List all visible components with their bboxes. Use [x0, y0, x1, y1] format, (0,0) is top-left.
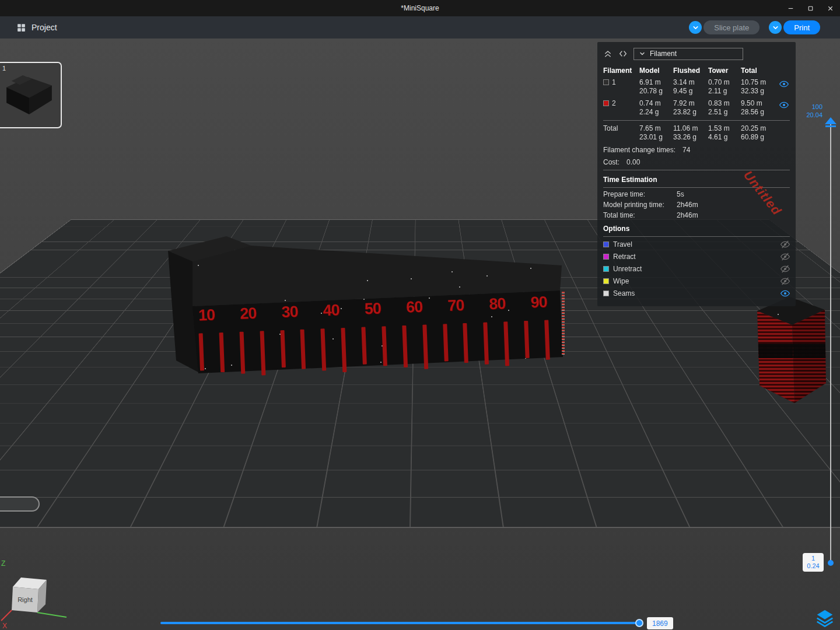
slice-button-group: Slice plate: [689, 20, 760, 34]
model-number: 20: [240, 304, 257, 323]
project-grid-icon: [16, 23, 26, 33]
move-slider-value-chip: 1869: [647, 617, 673, 629]
calibration-bar: [402, 326, 408, 368]
close-icon: [827, 5, 834, 12]
model-number: 30: [281, 303, 298, 321]
seam-dot: [285, 300, 286, 301]
seam-dot: [530, 268, 531, 269]
model-number: 90: [530, 293, 547, 312]
filament-id: 2: [612, 99, 616, 107]
collapse-panel-icon[interactable]: [603, 49, 612, 58]
seam-dot: [411, 278, 412, 279]
seam-dot: [181, 364, 183, 365]
unretract-eye-icon[interactable]: [780, 264, 790, 274]
wipe-color-swatch: [603, 278, 609, 284]
total-label: Total: [603, 124, 639, 132]
layer-slider-top-value: 100 20.04: [797, 103, 822, 119]
retract-eye-icon[interactable]: [780, 252, 790, 261]
option-row-unretract: Unretract: [603, 262, 790, 275]
model-seam-strip: [562, 292, 565, 356]
travel-eye-icon[interactable]: [780, 240, 790, 249]
orientation-gizmo[interactable]: Right Z X: [0, 559, 76, 630]
calibration-bar: [260, 331, 265, 375]
option-row-retract: Retract: [603, 250, 790, 262]
minimize-icon: [787, 5, 794, 12]
print-button[interactable]: Print: [783, 20, 820, 34]
layer-slider-top-handle[interactable]: [825, 117, 836, 124]
col-tower: Tower: [708, 66, 741, 75]
calibration-bar: [321, 328, 327, 370]
slice-dropdown-button[interactable]: [689, 21, 702, 34]
seams-eye-icon[interactable]: [780, 289, 790, 298]
filament-id: 1: [612, 78, 616, 86]
model-printing-time-row: Model printing time:2h46m: [603, 201, 790, 209]
seams-color-swatch: [603, 290, 609, 296]
model-number: 70: [447, 296, 464, 315]
sliced-model[interactable]: 102030405060708090: [162, 232, 570, 379]
seam-dot: [470, 233, 471, 235]
calibration-bar: [300, 330, 306, 369]
seam-dot: [452, 271, 453, 272]
filament-total-row: Total 7.65 m23.01 g 11.06 m33.26 g 1.53 …: [603, 124, 790, 142]
layer-slider-track[interactable]: [830, 119, 831, 564]
move-slider-handle[interactable]: [635, 619, 643, 627]
model-number: 40: [323, 301, 340, 320]
calibration-bar: [443, 324, 448, 361]
layers-view-button[interactable]: [814, 608, 835, 629]
close-button[interactable]: [820, 0, 840, 16]
plate-handle-tab[interactable]: [0, 496, 40, 512]
chevron-down-icon: [772, 24, 779, 32]
seam-dot: [303, 242, 304, 243]
calibration-bar: [280, 330, 285, 368]
calibration-bar: [361, 327, 366, 365]
col-model: Model: [639, 66, 673, 75]
filament-2-eye-icon[interactable]: [779, 100, 789, 110]
plate-thumbnail[interactable]: 1: [0, 62, 62, 128]
prepare-time-row: Prepare time:5s: [603, 190, 790, 198]
wipe-eye-icon[interactable]: [780, 276, 790, 286]
project-button[interactable]: Project: [16, 23, 57, 33]
seam-dot: [825, 307, 826, 309]
minimize-button[interactable]: [780, 0, 800, 16]
print-dropdown-button[interactable]: [769, 21, 782, 34]
model-number: 10: [198, 306, 215, 324]
window-controls: [780, 0, 840, 16]
main-toolbar: Project Slice plate Print: [0, 16, 840, 38]
filament-panel: Filament Filament Model Flushed Tower To…: [597, 42, 796, 306]
calibration-bar: [219, 332, 225, 372]
filament-change-times: Filament change times: 74: [603, 146, 790, 154]
maximize-button[interactable]: [800, 0, 820, 16]
calibration-bar: [199, 333, 204, 370]
calibration-bar: [503, 321, 509, 366]
view-type-dropdown[interactable]: Filament: [634, 48, 743, 60]
project-label: Project: [32, 23, 57, 32]
seam-dot: [778, 314, 779, 315]
seam-dot: [483, 377, 484, 379]
layer-slider-top-handle-bar[interactable]: [825, 125, 836, 127]
travel-color-swatch: [603, 242, 609, 247]
calibration-bar: [382, 326, 387, 366]
model-number: 50: [364, 299, 381, 318]
options-title: Options: [603, 225, 790, 233]
unretract-color-swatch: [603, 266, 609, 272]
filament-color-swatch: [603, 79, 609, 85]
move-slider-track[interactable]: [160, 622, 642, 624]
prime-tower[interactable]: [756, 295, 828, 407]
model-number: 60: [406, 298, 423, 317]
filament-1-eye-icon[interactable]: [779, 79, 789, 89]
chevron-down-icon: [639, 50, 646, 57]
view-type-value: Filament: [650, 50, 677, 58]
gizmo-x-axis-label: X: [2, 622, 7, 630]
gcode-window-icon[interactable]: [618, 49, 628, 58]
seam-dot: [323, 245, 324, 246]
seam-dot: [367, 280, 368, 281]
layer-slider-bottom-handle[interactable]: [828, 560, 834, 566]
slice-plate-button[interactable]: Slice plate: [704, 20, 760, 34]
seam-dot: [454, 244, 456, 245]
filament-color-swatch: [603, 100, 609, 106]
time-estimation-title: Time Estimation: [603, 176, 790, 184]
filament-row-1: 1 6.91 m20.78 g 3.14 m9.45 g 0.70 m2.11 …: [603, 78, 790, 96]
model-number: 80: [489, 295, 506, 313]
seam-dot: [538, 258, 539, 260]
retract-color-swatch: [603, 254, 609, 260]
